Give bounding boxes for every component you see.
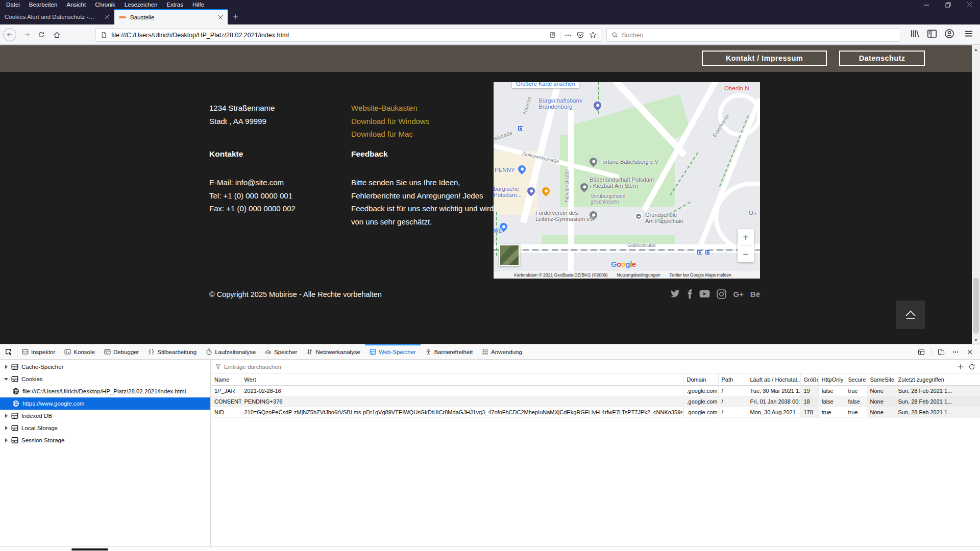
cell[interactable]: 210=GQzoPeCsdP-zMjNZ5hZVtJbo6rVSBLms-pDr… bbox=[241, 407, 683, 417]
map-transit-icon[interactable] bbox=[705, 249, 710, 255]
column-header[interactable]: Größe bbox=[800, 374, 818, 385]
column-header[interactable]: Zuletzt zugegriffen bbox=[895, 374, 980, 385]
tab-cookies-alert[interactable]: Cookies Alert und Datenschutz - M bbox=[0, 9, 114, 24]
scrollbar-thumb[interactable] bbox=[973, 278, 979, 334]
tree-item-session-storage[interactable]: Session Storage bbox=[0, 434, 210, 446]
devtools-tab-stilbearbeitung[interactable]: Stilbearbeitung bbox=[143, 344, 201, 359]
column-header[interactable]: HttpOnly bbox=[818, 374, 845, 385]
column-header[interactable]: Path bbox=[718, 374, 747, 385]
tab-close-icon[interactable] bbox=[105, 14, 110, 19]
restore-button[interactable] bbox=[937, 0, 959, 9]
tree-item-cookie-google[interactable]: https://www.google.com bbox=[0, 397, 210, 410]
cell[interactable]: 2021-02-28-16 bbox=[241, 385, 683, 396]
map-transit-icon[interactable] bbox=[697, 249, 702, 255]
page-scrollbar[interactable]: ▲ ▼ bbox=[972, 45, 980, 344]
column-header[interactable]: SameSite bbox=[867, 374, 895, 385]
youtube-icon[interactable] bbox=[699, 288, 710, 299]
column-header[interactable]: Läuft ab / Höchstal... bbox=[747, 374, 800, 385]
url-text[interactable]: file:///C:/Users/Ullrich/Desktop/HP_Plat… bbox=[111, 32, 546, 39]
menu-item-bearbeiten[interactable]: Bearbeiten bbox=[25, 1, 62, 9]
cell[interactable]: 19 bbox=[800, 385, 818, 396]
dock-options-icon[interactable] bbox=[915, 346, 927, 358]
devtools-tab-web-speicher[interactable]: Web-Speicher bbox=[365, 344, 421, 359]
menu-item-datei[interactable]: Datei bbox=[2, 1, 24, 9]
menu-item-hilfe[interactable]: Hilfe bbox=[188, 1, 208, 9]
column-header[interactable]: Secure bbox=[845, 374, 867, 385]
cell[interactable]: false bbox=[818, 385, 845, 396]
hamburger-menu-icon[interactable] bbox=[964, 29, 974, 39]
cell[interactable]: Tue, 30 Mar 2021 1... bbox=[747, 385, 800, 396]
tree-item-local-storage[interactable]: Local Storage bbox=[0, 422, 210, 434]
cell[interactable]: Fri, 01 Jan 2038 00:... bbox=[747, 396, 800, 407]
responsive-design-icon[interactable] bbox=[935, 346, 947, 358]
street-view-thumbnail[interactable] bbox=[499, 244, 520, 266]
cell[interactable]: None bbox=[867, 407, 895, 417]
column-header[interactable]: Wert bbox=[241, 374, 683, 385]
devtools-tab-barrierefreiheit[interactable]: Barrierefreiheit bbox=[421, 344, 477, 359]
minimize-button[interactable] bbox=[916, 0, 937, 9]
scrollbar-down-arrow[interactable]: ▼ bbox=[972, 336, 980, 344]
scrollbar-up-arrow[interactable]: ▲ bbox=[972, 45, 980, 54]
refresh-button[interactable] bbox=[969, 364, 975, 370]
zoom-in-button[interactable]: + bbox=[738, 229, 754, 245]
reader-mode-icon[interactable] bbox=[546, 31, 558, 39]
home-button[interactable] bbox=[50, 28, 63, 41]
pick-element-button[interactable] bbox=[0, 344, 17, 359]
menu-item-ansicht[interactable]: Ansicht bbox=[62, 1, 90, 9]
devtools-tab-anwendung[interactable]: Anwendung bbox=[477, 344, 527, 359]
googleplus-icon[interactable]: G+ bbox=[733, 288, 743, 299]
pocket-icon[interactable] bbox=[574, 32, 586, 39]
cell[interactable]: 18 bbox=[800, 396, 818, 407]
back-button[interactable] bbox=[3, 28, 16, 41]
google-map-embed[interactable]: Größere Karte ansehen Oberlin NBürgschaf… bbox=[494, 82, 760, 279]
tree-item-cookies[interactable]: Cookies bbox=[0, 373, 210, 385]
cell[interactable]: None bbox=[867, 385, 895, 396]
cell[interactable]: / bbox=[718, 396, 747, 407]
devtools-close-icon[interactable] bbox=[964, 346, 976, 358]
add-item-button[interactable] bbox=[958, 364, 964, 370]
cell[interactable]: 178 bbox=[800, 407, 818, 417]
devtools-tab-netzwerkanalyse[interactable]: Netzwerkanalyse bbox=[302, 344, 365, 359]
devtools-tab-laufzeitanalyse[interactable]: Laufzeitanalyse bbox=[201, 344, 260, 359]
search-bar[interactable]: Suchen bbox=[606, 28, 900, 42]
map-pin-grundschule[interactable] bbox=[635, 213, 642, 220]
map-terms-link[interactable]: Nutzungsbedingungen bbox=[617, 272, 660, 278]
expand-arrow-icon[interactable] bbox=[5, 414, 8, 418]
map-report-error-link[interactable]: Fehler bei Google Maps melden bbox=[670, 272, 731, 278]
view-larger-map-link[interactable]: Größere Karte ansehen bbox=[512, 82, 579, 88]
bookmark-star-icon[interactable] bbox=[586, 31, 599, 39]
devtools-tab-inspektor[interactable]: Inspektor bbox=[17, 344, 60, 359]
datenschutz-button[interactable]: Datenschutz bbox=[839, 51, 925, 66]
cookie-row-NID[interactable]: NID210=GQzoPeCsdP-zMjNZ5hZVtJbo6rVSBLms-… bbox=[211, 407, 980, 417]
cell[interactable]: Sun, 28 Feb 2021 1... bbox=[895, 407, 980, 417]
entries-filter-bar[interactable]: Einträge durchsuchen bbox=[211, 360, 980, 373]
cell[interactable]: false bbox=[818, 396, 845, 407]
expand-arrow-icon[interactable] bbox=[5, 365, 8, 369]
expand-arrow-icon[interactable] bbox=[5, 438, 8, 442]
zoom-out-button[interactable]: − bbox=[738, 246, 754, 262]
cell[interactable]: NID bbox=[211, 407, 241, 417]
cell[interactable]: PENDING+376 bbox=[241, 396, 683, 407]
cell[interactable]: Sun, 28 Feb 2021 1... bbox=[895, 396, 980, 407]
tab-baustelle[interactable]: Baustelle bbox=[114, 9, 228, 24]
cell[interactable]: .google.com bbox=[683, 407, 718, 417]
instagram-icon[interactable] bbox=[717, 288, 726, 299]
cell[interactable]: .google.com bbox=[683, 396, 718, 407]
map-pin-bank-euro[interactable] bbox=[592, 100, 603, 111]
devtools-tab-speicher[interactable]: Speicher bbox=[260, 344, 302, 359]
cell[interactable]: Sun, 28 Feb 2021 1... bbox=[895, 385, 980, 396]
devtools-tab-konsole[interactable]: Konsole bbox=[60, 344, 100, 359]
tree-item-indexed-db[interactable]: Indexed DB bbox=[0, 410, 210, 422]
cookies-table[interactable]: NameWertDomainPathLäuft ab / Höchstal...… bbox=[211, 374, 980, 418]
column-header[interactable]: Domain bbox=[683, 374, 718, 385]
kontakt-impressum-button[interactable]: Kontakt / Impressum bbox=[702, 51, 827, 66]
devtools-tab-debugger[interactable]: Debugger bbox=[100, 344, 144, 359]
page-actions-icon[interactable] bbox=[562, 32, 574, 39]
forward-button[interactable] bbox=[20, 28, 34, 41]
tree-item-cookie-file-url[interactable]: file:///C:/Users/Ullrich/Desktop/HP_Plat… bbox=[0, 385, 210, 397]
link-download-windows[interactable]: Download für Windows bbox=[351, 115, 429, 128]
tab-close-icon[interactable] bbox=[218, 15, 223, 20]
facebook-icon[interactable] bbox=[687, 288, 693, 299]
url-bar[interactable]: file:///C:/Users/Ullrich/Desktop/HP_Plat… bbox=[95, 28, 601, 42]
reload-button[interactable] bbox=[35, 28, 48, 41]
